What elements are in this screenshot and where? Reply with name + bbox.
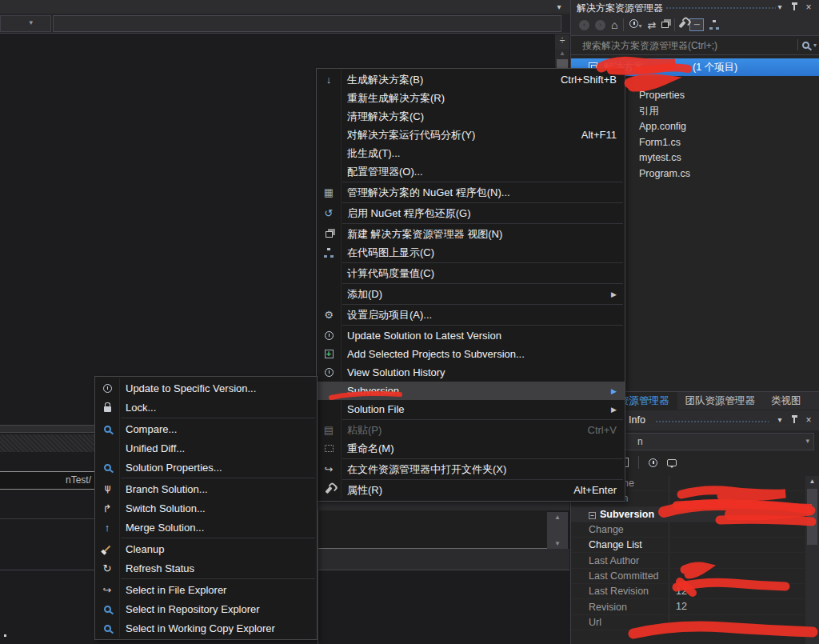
menu-item-solution-properties[interactable]: Solution Properties... (95, 458, 317, 477)
property-grid-scrollbar[interactable]: ▲ (805, 476, 819, 644)
menu-item-show-on-code-map[interactable]: 在代码图上显示(C) (317, 243, 625, 262)
solution-explorer-title-bar[interactable]: 解决方案资源管理器 ▾ × (571, 0, 819, 14)
background-scrollbar: ▲▼ (547, 512, 568, 549)
forward-icon[interactable]: › (595, 20, 605, 30)
menu-item-label: 生成解决方案(B) (341, 73, 423, 87)
property-row-subversion-category[interactable]: −Subversion (571, 507, 806, 522)
pending-changes-icon[interactable]: ▾ (629, 19, 641, 30)
sync-icon[interactable]: ⇄ (647, 19, 656, 31)
menu-separator (342, 182, 623, 182)
menu-item-refresh-status[interactable]: ↻Refresh Status (95, 558, 317, 578)
menu-shortcut: Ctrl+V (564, 424, 617, 436)
menu-item-label: Subversion (341, 385, 399, 397)
property-row-last-revision[interactable]: Last Revision12 (571, 584, 806, 599)
menu-item-rename[interactable]: 重命名(M) (317, 439, 625, 458)
property-row-change[interactable]: Change (571, 522, 806, 538)
menu-item-label: 重新生成解决方案(R) (341, 91, 445, 106)
menu-item-calculate-code-metrics[interactable]: 计算代码度量值(C) (317, 264, 625, 282)
menu-item-build-solution[interactable]: ↓生成解决方案(B)Ctrl+Shift+B (317, 70, 625, 89)
property-row-url[interactable]: Url (571, 615, 806, 630)
menu-item-lock[interactable]: Lock... (95, 398, 317, 417)
menu-item-solution-file[interactable]: Solution File▶ (317, 400, 625, 418)
menu-item-cleanup[interactable]: Cleanup (95, 539, 317, 558)
menu-item-add[interactable]: 添加(D)▶ (317, 285, 625, 303)
panel-title: 解决方案资源管理器 (577, 2, 663, 15)
menu-item-subversion[interactable]: Subversion▶ (317, 382, 625, 400)
menu-item-open-folder-in-file-explorer[interactable]: ↪在文件资源管理器中打开文件夹(X) (317, 460, 625, 478)
menu-item-switch-solution[interactable]: ↱Switch Solution... (95, 498, 317, 518)
scroll-up-icon[interactable]: ▲ (555, 50, 569, 57)
search-icon[interactable] (802, 42, 809, 49)
tab-类视图[interactable]: 类视图 (763, 392, 809, 410)
gear-icon: ⚙ (317, 309, 341, 321)
menu-item-run-code-analysis[interactable]: 对解决方案运行代码分析(Y)Alt+F11 (317, 126, 625, 144)
property-row-last-committed[interactable]: Last Committed (571, 569, 806, 584)
collapse-expander-icon[interactable]: − (589, 512, 596, 519)
history-icon[interactable] (649, 458, 657, 467)
comment-icon[interactable] (667, 459, 677, 466)
tab-团队资源管理器[interactable]: 团队资源管理器 (677, 392, 764, 410)
menu-item-select-in-repository-explorer[interactable]: Select in Repository Explorer (95, 599, 317, 618)
window-position-caret-icon[interactable]: ▾ (773, 1, 786, 14)
property-row-last-author[interactable]: Last Author (571, 553, 806, 568)
menu-item-merge-solution[interactable]: ↑Merge Solution... (95, 518, 317, 537)
scroll-up-icon[interactable]: ▲ (805, 478, 819, 485)
properties-wrench-icon[interactable] (681, 19, 684, 30)
menu-shortcut: Alt+F11 (557, 129, 617, 141)
property-value (669, 491, 806, 506)
menu-item-set-startup-projects[interactable]: ⚙设置启动项目(A)... (317, 306, 625, 324)
menu-item-new-solution-explorer-view[interactable]: 新建 解决方案资源管理器 视图(N) (317, 225, 625, 243)
menu-item-batch-build[interactable]: 批生成(T)... (317, 144, 625, 162)
menu-item-branch-solution[interactable]: ⋔Branch Solution... (95, 479, 317, 498)
collapse-all-icon[interactable] (661, 22, 669, 28)
menu-item-select-in-working-copy-explorer[interactable]: Select in Working Copy Explorer (95, 618, 317, 638)
pin-icon[interactable] (788, 1, 801, 14)
menu-item-label: Cleanup (119, 543, 164, 555)
menu-item-configuration-manager[interactable]: 配置管理器(O)... (317, 162, 625, 181)
back-icon[interactable]: ‹ (579, 20, 589, 30)
menu-item-label: Solution File (341, 403, 405, 415)
property-row-change-list[interactable]: Change List (571, 538, 806, 553)
menu-item-label: Branch Solution... (119, 483, 208, 495)
menu-item-properties[interactable]: 属性(R)Alt+Enter (317, 481, 625, 499)
menu-item-update-solution-latest[interactable]: Update Solution to Latest Version (317, 326, 625, 345)
scrollbar-thumb[interactable] (807, 489, 817, 545)
menu-item-manage-nuget[interactable]: ▦管理解决方案的 NuGet 程序包(N)... (317, 183, 625, 202)
menu-item-label: Merge Solution... (119, 522, 204, 534)
menu-item-select-in-file-explorer[interactable]: ↪Select in File Explorer (95, 580, 317, 599)
menu-item-label: Lock... (119, 402, 156, 414)
code-map-icon[interactable] (709, 20, 719, 30)
menu-item-unified-diff[interactable]: Unified Diff... (95, 438, 317, 458)
property-row-revision[interactable]: Revision12 (571, 599, 806, 614)
menu-item-compare[interactable]: Compare... (95, 419, 317, 438)
update-version-icon (95, 384, 119, 393)
property-label: −Subversion (571, 509, 654, 520)
splitter-handle-icon[interactable]: ÷ (555, 34, 569, 49)
divider (674, 18, 675, 31)
solution-explorer-search[interactable]: 搜索解决方案资源管理器(Ctrl+;) ▾ (571, 36, 819, 55)
window-position-caret-icon[interactable]: ▾ (773, 414, 786, 426)
property-label: Revision (571, 602, 669, 613)
solution-explorer-toolbar: ‹ › ⌂ ▾ ⇄ ─ (571, 14, 819, 36)
chevron-down-icon[interactable]: ▾ (553, 1, 565, 13)
menu-item-view-solution-history[interactable]: View Solution History (317, 363, 625, 382)
submenu-arrow-icon: ▶ (611, 290, 617, 298)
menu-separator (342, 325, 623, 326)
menu-item-clean-solution[interactable]: 清理解决方案(C) (317, 107, 625, 126)
menu-item-enable-nuget-restore[interactable]: ↺启用 NuGet 程序包还原(G) (317, 204, 625, 222)
nav-dropdown-large[interactable] (53, 15, 561, 32)
menu-item-paste[interactable]: ▤粘贴(P)Ctrl+V (317, 421, 625, 439)
menu-item-rebuild-solution[interactable]: 重新生成解决方案(R) (317, 89, 625, 107)
nav-dropdown-small[interactable]: ▾ (0, 15, 51, 32)
menu-item-label: 计算代码度量值(C) (341, 266, 434, 281)
menu-item-update-to-specific-version[interactable]: Update to Specific Version... (95, 378, 317, 398)
close-icon[interactable]: × (802, 1, 815, 14)
menu-item-add-projects-to-subversion[interactable]: +Add Selected Projects to Subversion... (317, 345, 625, 363)
property-value (669, 538, 806, 552)
home-icon[interactable]: ⌂ (611, 18, 617, 31)
close-icon[interactable]: × (802, 414, 815, 426)
chevron-down-icon[interactable]: ▾ (813, 42, 817, 49)
menu-separator (121, 578, 315, 579)
pin-icon[interactable] (788, 414, 801, 426)
preview-selected-icon[interactable]: ─ (689, 18, 704, 31)
